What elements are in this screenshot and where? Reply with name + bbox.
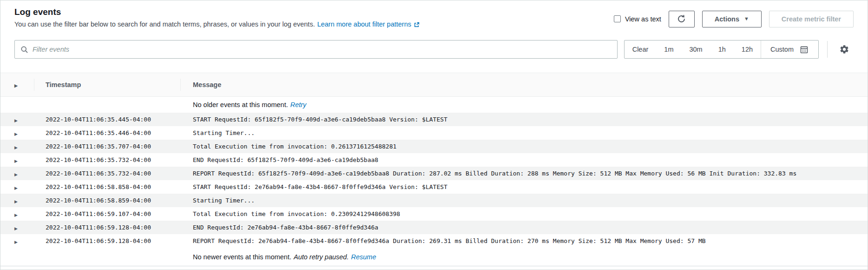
event-timestamp: 2022-10-04T11:06:58.858-04:00 (34, 183, 181, 190)
calendar-icon (799, 45, 809, 54)
event-message: START RequestId: 2e76ab94-fa8e-43b4-8667… (181, 183, 868, 190)
time-range-1h-button[interactable]: 1h (710, 40, 734, 58)
panel-header: Log events You can use the filter bar be… (0, 0, 868, 28)
log-event-row[interactable]: ▶2022-10-04T11:06:35.732-04:00REPORT Req… (0, 167, 868, 180)
log-event-row[interactable]: ▶2022-10-04T11:06:59.128-04:00REPORT Req… (0, 234, 868, 248)
expand-caret-icon[interactable]: ▶ (14, 145, 18, 150)
expand-caret-icon[interactable]: ▶ (14, 159, 18, 163)
event-timestamp: 2022-10-04T11:06:35.732-04:00 (34, 170, 181, 177)
event-message: END RequestId: 2e76ab94-fa8e-43b4-8667-8… (181, 224, 868, 231)
expand-cell: ▶ (0, 156, 34, 164)
log-events-table: ▶ Timestamp Message No older events at t… (0, 73, 868, 266)
time-range-custom-label: Custom (770, 46, 794, 53)
log-event-row[interactable]: ▶2022-10-04T11:06:58.858-04:00START Requ… (0, 180, 868, 194)
description-text: You can use the filter bar below to sear… (14, 20, 315, 28)
no-newer-events-row: No newer events at this moment. Auto ret… (0, 248, 868, 266)
expand-caret-icon[interactable]: ▶ (14, 118, 18, 123)
event-timestamp: 2022-10-04T11:06:35.732-04:00 (34, 156, 181, 163)
time-range-custom-button[interactable]: Custom (761, 40, 818, 58)
caret-down-icon: ▼ (744, 16, 749, 21)
expand-cell: ▶ (0, 169, 34, 178)
log-event-row[interactable]: ▶2022-10-04T11:06:35.732-04:00END Reques… (0, 153, 868, 167)
event-message: REPORT RequestId: 65f182f5-70f9-409d-a3e… (181, 170, 868, 177)
log-events-panel: Log events You can use the filter bar be… (0, 0, 868, 270)
no-newer-events-text: No newer events at this moment. (193, 253, 291, 261)
retry-link[interactable]: Retry (290, 101, 307, 108)
page-description: You can use the filter bar below to sear… (14, 20, 420, 28)
expand-caret-icon[interactable]: ▶ (14, 240, 18, 244)
log-event-row[interactable]: ▶2022-10-04T11:06:35.446-04:00Starting T… (0, 126, 868, 140)
log-event-row[interactable]: ▶2022-10-04T11:06:59.128-04:00END Reques… (0, 221, 868, 234)
refresh-icon (677, 14, 686, 24)
time-range-12h-button[interactable]: 12h (734, 40, 761, 58)
filter-events-input[interactable] (33, 46, 612, 53)
create-metric-filter-button[interactable]: Create metric filter (769, 11, 854, 27)
expand-all-caret-icon[interactable]: ▶ (14, 83, 18, 88)
time-range-control: Clear1m30m1h12h Custom (624, 40, 819, 59)
view-as-text-checkbox[interactable] (614, 15, 621, 22)
expand-cell: ▶ (0, 237, 34, 245)
expand-caret-icon[interactable]: ▶ (14, 199, 18, 204)
expand-caret-icon[interactable]: ▶ (14, 186, 18, 190)
log-event-row[interactable]: ▶2022-10-04T11:06:58.859-04:00Starting T… (0, 194, 868, 207)
panel-header-actions: View as text Actions ▼ Create metric fil… (614, 7, 854, 28)
expand-caret-icon[interactable]: ▶ (14, 213, 18, 217)
auto-retry-paused-text: Auto retry paused. (294, 253, 349, 261)
expand-cell: ▶ (0, 196, 34, 205)
resume-link[interactable]: Resume (351, 253, 376, 261)
event-timestamp: 2022-10-04T11:06:35.445-04:00 (34, 116, 181, 123)
gear-icon (839, 44, 849, 54)
event-message: Starting Timer... (181, 197, 868, 204)
expand-cell: ▶ (0, 115, 34, 124)
column-header-message: Message (181, 81, 868, 88)
event-timestamp: 2022-10-04T11:06:35.446-04:00 (34, 129, 181, 136)
event-message: END RequestId: 65f182f5-70f9-409d-a3e6-c… (181, 156, 868, 163)
event-timestamp: 2022-10-04T11:06:59.128-04:00 (34, 237, 181, 244)
time-range-30m-button[interactable]: 30m (681, 40, 710, 58)
filter-events-searchbox[interactable] (14, 40, 618, 59)
expand-cell: ▶ (0, 183, 34, 191)
log-event-row[interactable]: ▶2022-10-04T11:06:59.107-04:00Total Exec… (0, 207, 868, 221)
expand-column-header: ▶ (0, 81, 34, 88)
log-event-row[interactable]: ▶2022-10-04T11:06:35.445-04:00START Requ… (0, 113, 868, 126)
view-as-text-label: View as text (625, 15, 661, 23)
expand-cell: ▶ (0, 223, 34, 232)
expand-cell: ▶ (0, 210, 34, 218)
filter-bar-divider (827, 41, 828, 58)
actions-button-label: Actions (715, 15, 739, 23)
expand-caret-icon[interactable]: ▶ (14, 132, 18, 136)
no-older-events-text: No older events at this moment. (193, 101, 288, 108)
expand-caret-icon[interactable]: ▶ (14, 172, 18, 177)
time-range-1m-button[interactable]: 1m (656, 40, 681, 58)
event-timestamp: 2022-10-04T11:06:35.707-04:00 (34, 143, 181, 150)
refresh-button[interactable] (669, 11, 695, 27)
event-message: REPORT RequestId: 2e76ab94-fa8e-43b4-866… (181, 237, 868, 244)
expand-cell: ▶ (0, 142, 34, 151)
expand-caret-icon[interactable]: ▶ (14, 226, 18, 231)
event-message: START RequestId: 65f182f5-70f9-409d-a3e6… (181, 116, 868, 123)
learn-more-link[interactable]: Learn more about filter patterns (317, 20, 411, 28)
actions-button[interactable]: Actions ▼ (702, 11, 762, 27)
event-message: Total Execution time from invocation: 0.… (181, 210, 868, 217)
panel-header-left: Log events You can use the filter bar be… (14, 7, 420, 28)
table-body: ▶2022-10-04T11:06:35.445-04:00START Requ… (0, 113, 868, 248)
event-timestamp: 2022-10-04T11:06:59.107-04:00 (34, 210, 181, 217)
search-icon (20, 46, 28, 54)
filter-bar: Clear1m30m1h12h Custom (14, 40, 854, 59)
view-as-text-toggle[interactable]: View as text (614, 15, 661, 23)
column-header-timestamp: Timestamp (34, 81, 180, 88)
event-timestamp: 2022-10-04T11:06:59.128-04:00 (34, 224, 181, 231)
event-timestamp: 2022-10-04T11:06:58.859-04:00 (34, 197, 181, 204)
time-range-clear-button[interactable]: Clear (625, 40, 657, 58)
event-message: Starting Timer... (181, 129, 868, 136)
expand-cell: ▶ (0, 129, 34, 137)
no-older-events-row: No older events at this moment. Retry (0, 97, 868, 113)
table-header-row: ▶ Timestamp Message (0, 73, 868, 97)
preferences-button[interactable] (835, 40, 854, 59)
event-message: Total Execution time from invocation: 0.… (181, 143, 868, 150)
log-event-row[interactable]: ▶2022-10-04T11:06:35.707-04:00Total Exec… (0, 140, 868, 153)
page-title: Log events (14, 7, 420, 17)
external-link-icon (414, 22, 420, 28)
